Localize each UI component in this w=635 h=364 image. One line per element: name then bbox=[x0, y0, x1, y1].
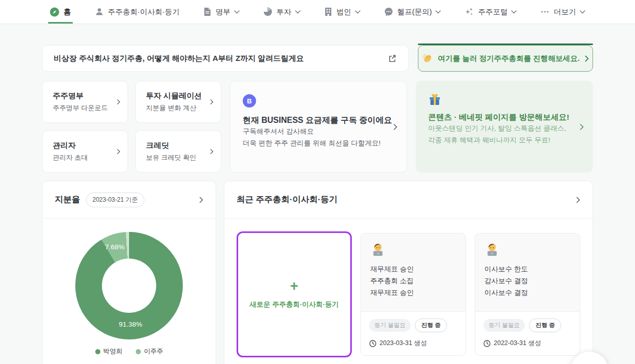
guide-banner[interactable]: 비상장 주식회사 정기주총, 어떻게 해야하는지 A부터 Z까지 알려드릴게요 bbox=[42, 45, 409, 72]
meeting-card[interactable]: 이사보수 한도 감사보수 결정 이사보수 결정 등기 불필요 진행 중 2022… bbox=[475, 233, 580, 356]
quick-card-subtitle: 주주명부 다운로드 bbox=[53, 103, 108, 113]
status-badge: 진행 중 bbox=[415, 318, 448, 332]
chevron-right-icon bbox=[393, 123, 397, 130]
meeting-card-top: 이사보수 한도 감사보수 결정 이사보수 결정 bbox=[475, 233, 580, 312]
chevron-right-icon bbox=[117, 148, 120, 155]
new-meeting-label: 새로운 주주총회·이사회·등기 bbox=[249, 300, 339, 309]
recent-cards: + 새로운 주주총회·이사회·등기 재무제표 승인 주주총회 소집 재무제표 승… bbox=[224, 219, 592, 364]
top-navigation: 홈 주주총회·이사회·등기 명부 투자 법인 bbox=[0, 0, 635, 24]
benefit-title: 콘텐츠 · 베네핏 페이지를 방문해보세요! bbox=[428, 112, 581, 123]
pie-icon bbox=[263, 7, 272, 16]
agenda-line: 주주총회 소집 bbox=[370, 275, 456, 287]
created-date: 2022-03-31 생성 bbox=[494, 339, 541, 348]
nav-item-corporation[interactable]: 법인 bbox=[324, 0, 361, 24]
plan-line: 더욱 편한 주주 관리를 위해 최선을 다할게요! bbox=[243, 138, 394, 149]
chevron-right-icon bbox=[585, 55, 589, 62]
legend-label: 박영희 bbox=[103, 347, 123, 356]
recent-meetings-panel: 최근 주주총회·이사회·등기 + 새로운 주주총회·이사회·등기 재무제표 승인 bbox=[224, 181, 593, 364]
nav-item-help[interactable]: 헬프(문의) bbox=[384, 0, 441, 24]
guide-banner-text: 비상장 주식회사 정기주총, 어떻게 해야하는지 A부터 Z까지 알려드릴게요 bbox=[54, 54, 304, 63]
ownership-date-badge: 2023-03-21 기준 bbox=[86, 192, 145, 207]
plus-icon: + bbox=[290, 280, 299, 293]
nav-item-register[interactable]: 명부 bbox=[203, 0, 240, 24]
agenda-line: 이사보수 한도 bbox=[484, 263, 570, 275]
chevron-down-icon bbox=[295, 10, 301, 14]
main-content: 비상장 주식회사 정기주총, 어떻게 해야하는지 A부터 Z까지 알려드릴게요 … bbox=[0, 45, 635, 364]
chevron-down-icon bbox=[580, 10, 585, 14]
meeting-card[interactable]: 재무제표 승인 주주총회 소집 재무제표 승인 등기 불필요 진행 중 2023… bbox=[361, 233, 466, 356]
cta-accent-bar bbox=[418, 44, 593, 45]
agenda-line: 재무제표 승인 bbox=[370, 287, 456, 298]
quick-card-admin[interactable]: 관리자 관리자 초대 bbox=[42, 131, 128, 173]
quick-card-title: 투자 시뮬레이션 bbox=[146, 91, 202, 101]
gift-icon bbox=[428, 93, 581, 106]
chevron-right-icon bbox=[210, 148, 214, 155]
chevron-right-icon[interactable] bbox=[576, 197, 580, 203]
nav-item-label: 홈 bbox=[64, 7, 71, 17]
nav-item-label: 명부 bbox=[216, 7, 230, 17]
chat-icon bbox=[384, 7, 393, 16]
nav-item-invest[interactable]: 투자 bbox=[263, 0, 301, 24]
nav-item-label: 투자 bbox=[277, 7, 291, 17]
start-regular-meeting-button[interactable]: 여기를 눌러 정기주주총회를 진행해보세요. bbox=[418, 45, 593, 72]
registration-badge: 등기 불필요 bbox=[369, 319, 411, 332]
donut-label-minor: 7.68% bbox=[105, 243, 124, 251]
meeting-card-footer: 등기 불필요 진행 중 2023-03-31 생성 bbox=[361, 312, 465, 355]
ellipsis-icon bbox=[540, 7, 549, 16]
recent-title: 최근 주주총회·이사회·등기 bbox=[237, 194, 337, 205]
clap-icon bbox=[422, 53, 433, 64]
registration-badge: 등기 불필요 bbox=[483, 319, 525, 332]
subscription-plan-card[interactable]: B 현재 BUSINESS 요금제를 구독 중이에요 구독해주셔서 감사해요 더… bbox=[230, 81, 407, 173]
plan-badge: B bbox=[243, 94, 256, 108]
nav-item-meetings[interactable]: 주주총회·이사회·등기 bbox=[95, 0, 180, 24]
legend-dot bbox=[136, 349, 141, 354]
agenda-line: 이사보수 결정 bbox=[484, 287, 570, 298]
quick-card-title: 크레딧 bbox=[146, 141, 196, 151]
chevron-down-icon bbox=[355, 10, 361, 14]
nav-item-label: 헬프(문의) bbox=[397, 7, 432, 17]
ownership-title: 지분율 bbox=[55, 194, 80, 205]
nav-item-label: 더보기 bbox=[554, 7, 576, 17]
external-link-icon bbox=[388, 54, 397, 63]
quick-card-subtitle: 지분율 변화 계산 bbox=[146, 103, 202, 113]
person-icon bbox=[95, 7, 104, 16]
nav-item-label: 주주총회·이사회·등기 bbox=[108, 7, 180, 17]
quick-card-shareholder-list[interactable]: 주주명부 주주명부 다운로드 bbox=[42, 81, 128, 123]
agenda-line: 재무제표 승인 bbox=[370, 263, 456, 275]
legend-item: 박영희 bbox=[95, 347, 123, 356]
nav-item-home[interactable]: 홈 bbox=[50, 0, 71, 24]
quick-card-subtitle: 관리자 초대 bbox=[53, 153, 88, 162]
benefit-line: 각종 제휴 혜택과 웨비나까지 모두 무료! bbox=[428, 135, 581, 146]
chevron-down-icon bbox=[511, 10, 517, 14]
chevron-down-icon bbox=[435, 10, 441, 14]
chevron-down-icon bbox=[234, 10, 240, 14]
plan-title: 현재 BUSINESS 요금제를 구독 중이에요 bbox=[243, 115, 394, 126]
nav-item-more[interactable]: 더보기 bbox=[540, 0, 585, 24]
donut-label-major: 91.38% bbox=[119, 320, 142, 328]
legend-dot bbox=[95, 349, 100, 354]
quick-card-investment-simulation[interactable]: 투자 시뮬레이션 지분율 변화 계산 bbox=[135, 81, 221, 123]
chevron-right-icon[interactable] bbox=[199, 197, 203, 203]
quick-card-credit[interactable]: 크레딧 보유 크레딧 확인 bbox=[135, 131, 221, 173]
nav-item-label: 주주포털 bbox=[478, 7, 507, 17]
ownership-header: 지분율 2023-03-21 기준 bbox=[43, 181, 216, 219]
quick-card-title: 관리자 bbox=[53, 141, 88, 151]
legend-item: 이주주 bbox=[136, 347, 163, 356]
benefit-line: 아웃스탠딩 인기 기사, 탈잉 스톡옵션 클래스, bbox=[428, 123, 581, 135]
legend-label: 이주주 bbox=[144, 347, 163, 356]
technologist-icon bbox=[484, 242, 570, 258]
nav-item-label: 법인 bbox=[336, 7, 351, 17]
agenda-line: 감사보수 결정 bbox=[484, 275, 570, 287]
ownership-chart: 7.68% 91.38% bbox=[75, 232, 183, 339]
chevron-right-icon bbox=[580, 123, 584, 130]
compass-icon bbox=[50, 7, 59, 17]
benefit-card[interactable]: 콘텐츠 · 베네핏 페이지를 방문해보세요! 아웃스탠딩 인기 기사, 탈잉 스… bbox=[416, 81, 593, 173]
new-meeting-card[interactable]: + 새로운 주주총회·이사회·등기 bbox=[237, 231, 352, 357]
nav-item-portal[interactable]: 주주포털 bbox=[464, 0, 517, 24]
quick-card-subtitle: 보유 크레딧 확인 bbox=[146, 153, 196, 162]
chevron-right-icon bbox=[210, 99, 214, 105]
clock-icon bbox=[369, 340, 376, 347]
sparkles-icon bbox=[464, 7, 474, 16]
chevron-right-icon bbox=[117, 99, 120, 105]
meeting-card-top: 재무제표 승인 주주총회 소집 재무제표 승인 bbox=[361, 233, 465, 312]
